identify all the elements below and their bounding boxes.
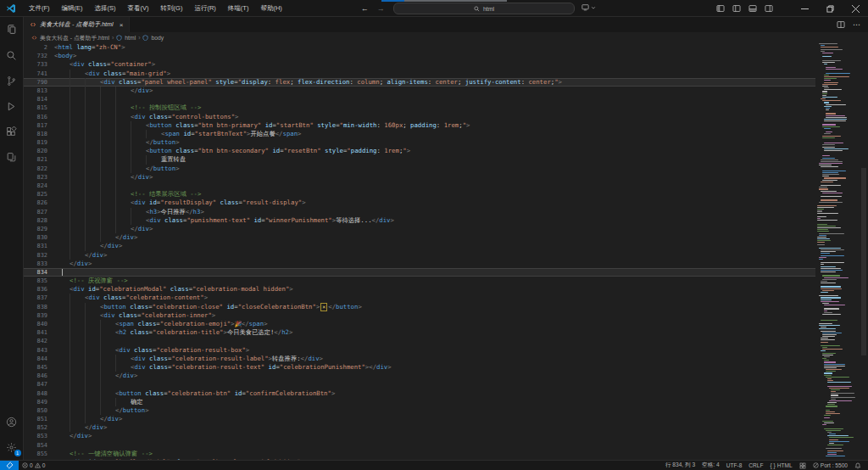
code-line-817[interactable]: 817<button class="btn btn-primary" id="s…: [24, 121, 815, 130]
breadcrumb-file[interactable]: 美食大转盘 - 点餐助手.html: [40, 34, 109, 42]
remote-indicator[interactable]: [0, 461, 19, 470]
settings-gear-icon[interactable]: 1: [0, 434, 24, 460]
code-line-832[interactable]: 832</div>: [24, 251, 815, 260]
restore-button[interactable]: [817, 0, 843, 17]
code-line-842[interactable]: 842: [24, 337, 815, 345]
code-line-732[interactable]: 732<body>: [24, 52, 815, 60]
minimap-line: [817, 237, 826, 238]
toggle-sidebar-icon[interactable]: [716, 4, 725, 13]
command-center-search[interactable]: html: [393, 3, 575, 14]
code-line-838[interactable]: 838<button class="celebration-close" id=…: [24, 303, 815, 311]
minimap[interactable]: [815, 43, 860, 460]
language-mode[interactable]: { }HTML: [767, 461, 796, 470]
code-line-813[interactable]: 813</div>: [24, 87, 815, 95]
code-line-833[interactable]: 833</div>: [24, 260, 815, 268]
extensions-icon[interactable]: [0, 119, 24, 144]
minimap-line: [824, 366, 845, 366]
code-line-844[interactable]: 844<div class="celebration-result-label"…: [24, 355, 815, 363]
indentation[interactable]: 空格: 4: [698, 461, 723, 470]
code-line-826[interactable]: 826<div id="resultDisplay" class="result…: [24, 199, 815, 207]
format-indicator[interactable]: [796, 461, 810, 470]
code-line-850[interactable]: 850</button>: [24, 406, 815, 415]
code-text: <span class="celebration-emoji">🎉</span>: [54, 320, 268, 328]
code-line-821[interactable]: 821重置转盘: [24, 155, 815, 164]
code-line-733[interactable]: 733<div class="container">: [24, 60, 815, 69]
toggle-panel-icon[interactable]: [732, 4, 741, 13]
menu-7[interactable]: 帮助(H): [254, 0, 287, 17]
code-line-790[interactable]: 790<div class="panel wheel-panel" style=…: [24, 78, 815, 87]
pages-icon[interactable]: [0, 144, 24, 170]
code-line-820[interactable]: 820<button class="btn btn-secondary" id=…: [24, 147, 815, 155]
code-line-836[interactable]: 836<div id="celebrationModal" class="cel…: [24, 285, 815, 294]
code-line-835[interactable]: 835<!-- 庆祝弹窗 -->: [24, 277, 815, 285]
notifications-bell[interactable]: [851, 461, 865, 470]
code-line-851[interactable]: 851</div>: [24, 415, 815, 423]
code-line-837[interactable]: 837<div class="celebration-content">: [24, 294, 815, 302]
breadcrumb-body[interactable]: body: [151, 35, 164, 41]
code-line-855[interactable]: 855<!-- 一键清空确认弹窗 -->: [24, 450, 815, 458]
cursor-position[interactable]: 行 834, 列 3: [662, 461, 698, 470]
source-control-icon[interactable]: [0, 68, 24, 93]
layout-launcher[interactable]: [581, 3, 596, 11]
nav-forward-icon[interactable]: →: [377, 4, 385, 13]
code-editor[interactable]: 2<html lang="zh-CN">732<body>733<div cla…: [24, 43, 815, 460]
code-line-815[interactable]: 815<!-- 控制按钮区域 -->: [24, 104, 815, 112]
code-line-814[interactable]: 814: [24, 95, 815, 104]
code-line-816[interactable]: 816<div class="control-buttons">: [24, 113, 815, 121]
code-line-853[interactable]: 853</div>: [24, 432, 815, 440]
code-line-827[interactable]: 827<h3>今日推荐</h3>: [24, 208, 815, 216]
close-window-button[interactable]: [843, 0, 868, 17]
code-line-831[interactable]: 831</div>: [24, 242, 815, 250]
nav-back-icon[interactable]: ←: [361, 4, 369, 13]
code-line-822[interactable]: 822</button>: [24, 165, 815, 173]
code-line-741[interactable]: 741<div class="main-grid">: [24, 70, 815, 78]
editor-scrollbar[interactable]: [860, 43, 868, 460]
menu-5[interactable]: 运行(R): [188, 0, 221, 17]
code-line-839[interactable]: 839<div class="celebration-inner">: [24, 311, 815, 320]
code-line-843[interactable]: 843<div class="celebration-result-box">: [24, 346, 815, 355]
split-editor-icon[interactable]: [837, 20, 845, 29]
menu-6[interactable]: 终端(T): [222, 0, 255, 17]
indent-guide: [85, 95, 86, 104]
code-line-824[interactable]: 824: [24, 182, 815, 190]
code-line-825[interactable]: 825<!-- 结果展示区域 -->: [24, 190, 815, 199]
toggle-bottom-panel-icon[interactable]: [748, 4, 757, 13]
problems-indicator[interactable]: 0 0: [19, 461, 48, 470]
more-actions-icon[interactable]: ⋯: [853, 20, 861, 29]
tab-close-icon[interactable]: ×: [120, 21, 124, 29]
code-line-2[interactable]: 2<html lang="zh-CN">: [24, 43, 815, 52]
code-line-846[interactable]: 846</div>: [24, 372, 815, 380]
code-line-823[interactable]: 823</div>: [24, 173, 815, 182]
breadcrumb-html[interactable]: html: [125, 35, 136, 41]
scrollbar-thumb[interactable]: [861, 168, 866, 355]
search-icon[interactable]: [0, 42, 24, 68]
run-debug-icon[interactable]: [0, 93, 24, 119]
code-line-852[interactable]: 852</div>: [24, 423, 815, 432]
encoding[interactable]: UTF-8: [723, 461, 746, 470]
code-line-848[interactable]: 848<button class="celebration-btn" id="c…: [24, 389, 815, 398]
menu-2[interactable]: 选择(S): [89, 0, 122, 17]
code-line-829[interactable]: 829</div>: [24, 225, 815, 233]
code-line-819[interactable]: 819</button>: [24, 138, 815, 147]
eol-selector[interactable]: CRLF: [745, 461, 766, 470]
code-line-828[interactable]: 828<div class="punishment-text" id="winn…: [24, 216, 815, 225]
code-line-840[interactable]: 840<span class="celebration-emoji">🎉</sp…: [24, 320, 815, 328]
account-icon[interactable]: [0, 409, 24, 434]
code-line-854[interactable]: 854: [24, 441, 815, 450]
toggle-secondary-sidebar-icon[interactable]: [765, 4, 773, 13]
code-line-845[interactable]: 845<div class="celebration-result-text" …: [24, 363, 815, 372]
menu-3[interactable]: 查看(V): [122, 0, 155, 17]
menu-4[interactable]: 转到(G): [155, 0, 189, 17]
minimize-button[interactable]: [792, 0, 817, 17]
tab-active-file[interactable]: 美食大转盘 - 点餐助手.html ×: [24, 17, 130, 32]
code-line-830[interactable]: 830</div>: [24, 233, 815, 242]
code-line-834[interactable]: 834: [24, 268, 815, 277]
code-line-818[interactable]: 818<span id="startBtnText">开始点餐</span>: [24, 130, 815, 138]
menu-1[interactable]: 编辑(E): [56, 0, 89, 17]
code-line-841[interactable]: 841<h2 class="celebration-title">今日美食已选定…: [24, 328, 815, 337]
live-server-port[interactable]: Port : 5500: [810, 461, 851, 470]
menu-0[interactable]: 文件(F): [23, 0, 56, 17]
explorer-icon[interactable]: [0, 17, 24, 42]
code-line-847[interactable]: 847: [24, 380, 815, 389]
code-line-849[interactable]: 849确定: [24, 398, 815, 406]
